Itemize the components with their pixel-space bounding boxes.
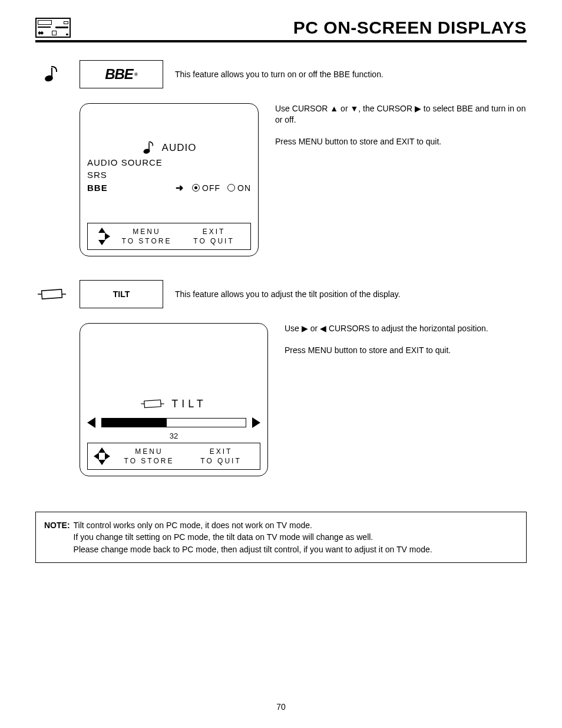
on-label: ON [237,183,251,193]
navpad-icon [94,228,110,245]
bbe-label-box: BBE® [80,60,163,88]
section-bbe: BBE® This feature allows you to turn on … [35,60,527,256]
radio-off-icon [227,184,235,192]
music-note-icon [35,67,68,81]
note-line-2: If you change tilt setting on PC mode, t… [74,531,432,543]
bbe-instr-1: Use CURSOR ▲ or ▼, the CURSOR ▶ to selec… [275,103,527,126]
registered-mark: ® [134,72,138,77]
tilt-label: TILT [113,289,130,299]
osd-title: AUDIO [162,142,197,154]
bbe-side-text: Use CURSOR ▲ or ▼, the CURSOR ▶ to selec… [275,103,527,256]
pc-dongle-icon: ◆◆ [35,18,71,38]
footer-menu: MENU [116,227,177,236]
footer-to-store: TO STORE [116,236,177,246]
slider-right-icon[interactable] [252,417,260,428]
tilt-instr-1: Use ▶ or ◀ CURSORS to adjust the horizon… [285,323,488,334]
note-box: NOTE: Tilt control works only on PC mode… [35,512,527,563]
tilt-osd-panel: TILT 32 MENU [80,323,268,476]
tilt-description: This feature allows you to adjust the ti… [175,289,527,299]
radio-on-icon [192,184,200,192]
footer-menu: MENU [116,447,182,456]
footer-to-store: TO STORE [116,456,182,466]
arrow-right-icon: ➜ [176,182,184,193]
bbe-description: This feature allows you to turn on or of… [175,70,527,79]
tilt-value: 32 [87,431,260,440]
note-line-1: Tilt control works only on PC mode, it d… [74,519,432,531]
osd-item-audio-source: AUDIO SOURCE [87,157,176,167]
tilt-osd-title: TILT [171,398,207,410]
tilt-label-box: TILT [80,280,163,308]
page-number: 70 [0,702,562,711]
osd-footer: MENU TO STORE EXIT TO QUIT [87,443,260,470]
osd-footer: MENU TO STORE EXIT TO QUIT [87,223,251,250]
footer-exit: EXIT [188,447,254,456]
navpad-icon [94,447,110,465]
music-note-icon [143,143,154,154]
bbe-osd-panel: AUDIO AUDIO SOURCE SRS BBE ➜ OFF [80,103,259,256]
tilt-icon [141,398,164,409]
osd-item-srs: SRS [87,170,176,180]
note-line-3: Please change mode back to PC mode, then… [74,543,432,555]
off-label: OFF [202,183,220,193]
footer-to-quit: TO QUIT [188,456,254,466]
bbe-instr-2: Press MENU button to store and EXIT to q… [275,136,527,147]
section-tilt: TILT This feature allows you to adjust t… [35,280,527,476]
bbe-option-off[interactable]: OFF [192,183,220,193]
svg-rect-3 [144,400,161,407]
page-title: PC ON-SCREEN DISPLAYS [293,18,527,38]
tilt-slider[interactable] [101,418,246,427]
header-rule [35,40,527,42]
note-label: NOTE: [44,519,70,555]
osd-item-bbe: BBE [87,183,176,193]
tilt-side-text: Use ▶ or ◀ CURSORS to adjust the horizon… [285,323,488,476]
bbe-logo: BBE [105,66,133,83]
tilt-icon [35,288,68,301]
slider-left-icon[interactable] [87,417,95,428]
footer-to-quit: TO QUIT [183,236,244,246]
footer-exit: EXIT [183,227,244,236]
tilt-instr-2: Press MENU button to store and EXIT to q… [285,345,488,356]
page-header: ◆◆ PC ON-SCREEN DISPLAYS [35,18,527,38]
bbe-option-on[interactable]: ON [227,183,251,193]
svg-rect-0 [41,289,62,299]
